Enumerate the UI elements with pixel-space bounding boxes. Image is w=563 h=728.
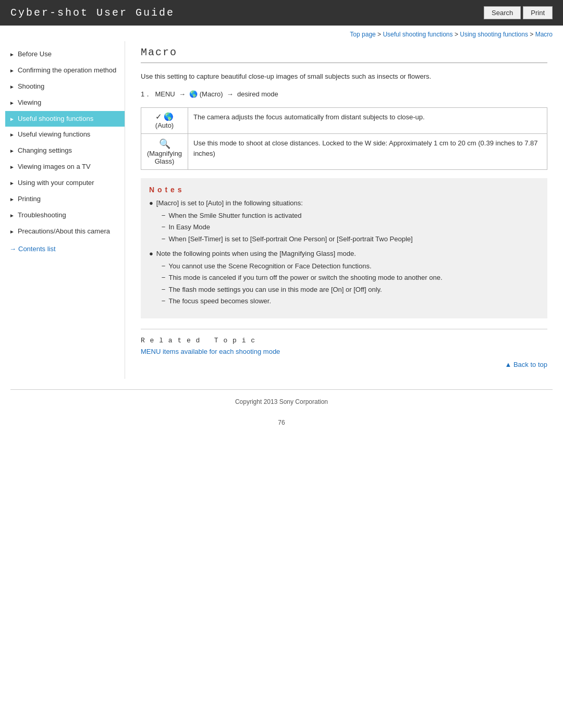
chevron-right-icon: ► — [9, 164, 15, 170]
arrow-right-icon: → — [9, 245, 16, 253]
chevron-right-icon: ► — [9, 228, 15, 235]
list-item: − The flash mode settings you can use in… — [162, 285, 443, 295]
related-topic-link[interactable]: MENU items available for each shooting m… — [141, 348, 280, 355]
sidebar-item-before-use[interactable]: ► Before Use — [5, 46, 125, 63]
bullet-icon: ● — [149, 249, 153, 259]
notes-section: N o t e s ● [Macro] is set to [Auto] in … — [141, 178, 547, 318]
sidebar-item-changing-settings[interactable]: ► Changing settings — [5, 143, 125, 159]
page-layout: ► Before Use ► Confirming the operation … — [0, 41, 563, 389]
list-item: ● Note the following points when using t… — [149, 249, 539, 308]
sidebar-item-precautions[interactable]: ► Precautions/About this camera — [5, 224, 125, 240]
chevron-right-icon: ► — [9, 83, 15, 90]
list-item: − You cannot use the Scene Recognition o… — [162, 261, 443, 272]
intro-text: Use this setting to capture beautiful cl… — [141, 71, 547, 82]
sidebar-item-shooting[interactable]: ► Shooting — [5, 79, 125, 95]
chevron-right-icon: ► — [9, 67, 15, 74]
dash-icon: − — [162, 261, 166, 272]
breadcrumb-top-page[interactable]: Top page — [350, 31, 375, 38]
chevron-right-icon: ► — [9, 147, 15, 154]
copyright-text: Copyright 2013 Sony Corporation — [235, 398, 328, 405]
sidebar-item-useful-shooting[interactable]: ► Useful shooting functions — [5, 111, 125, 127]
table-cell-desc-magnify: Use this mode to shoot at close distance… — [188, 134, 547, 170]
menu-instruction: 1． MENU → 🌎 (Macro) → desired mode — [141, 89, 547, 100]
dash-icon: − — [162, 296, 166, 306]
chevron-right-icon: ► — [9, 51, 15, 58]
bullet-icon: ● — [149, 198, 153, 208]
list-item: − In Easy Mode — [162, 222, 413, 232]
contents-list-link[interactable]: → Contents list — [5, 240, 125, 255]
chevron-right-icon: ► — [9, 212, 15, 219]
breadcrumb-using-shooting[interactable]: Using shooting functions — [460, 31, 528, 38]
chevron-right-icon: ► — [9, 196, 15, 203]
header-buttons: Search Print — [484, 6, 553, 19]
list-item: − The focus speed becomes slower. — [162, 296, 443, 306]
footer: Copyright 2013 Sony Corporation — [0, 390, 563, 414]
dash-icon: − — [162, 211, 166, 221]
auto-label: (Auto) — [155, 121, 174, 129]
main-content: Macro Use this setting to capture beauti… — [125, 41, 563, 379]
chevron-right-icon: ► — [9, 131, 15, 138]
app-title: Cyber-shot User Guide — [10, 7, 175, 19]
breadcrumb-macro[interactable]: Macro — [535, 31, 553, 38]
back-to-top-row: ▲ Back to top — [141, 361, 547, 368]
sidebar-item-confirming[interactable]: ► Confirming the operation method — [5, 63, 125, 79]
notes-list: ● [Macro] is set to [Auto] in the follow… — [149, 198, 539, 308]
related-topic-title: R e l a t e d T o p i c — [141, 337, 547, 344]
page-title: Macro — [141, 46, 547, 63]
dash-icon: − — [162, 273, 166, 283]
list-item: − This mode is canceled if you turn off … — [162, 273, 443, 283]
dash-icon: − — [162, 285, 166, 295]
chevron-right-icon: ► — [9, 180, 15, 187]
list-item: − When [Self-Timer] is set to [Self-port… — [162, 234, 413, 244]
sidebar-item-printing[interactable]: ► Printing — [5, 191, 125, 207]
breadcrumb-useful-shooting[interactable]: Useful shooting functions — [383, 31, 452, 38]
table-row: ✓ 🌎 (Auto) The camera adjusts the focus … — [141, 108, 547, 134]
magnify-icon: 🔍 — [159, 139, 170, 149]
separator — [141, 329, 547, 329]
dash-icon: − — [162, 222, 166, 232]
page-number: 76 — [0, 419, 563, 426]
notes-title: N o t e s — [149, 186, 539, 194]
print-button[interactable]: Print — [523, 6, 553, 19]
sidebar-item-viewing[interactable]: ► Viewing — [5, 95, 125, 111]
related-topic: R e l a t e d T o p i c MENU items avail… — [141, 337, 547, 355]
macro-table: ✓ 🌎 (Auto) The camera adjusts the focus … — [141, 107, 547, 170]
sidebar-item-useful-viewing[interactable]: ► Useful viewing functions — [5, 127, 125, 143]
back-to-top-link[interactable]: ▲ Back to top — [505, 361, 547, 368]
sidebar-item-viewing-tv[interactable]: ► Viewing images on a TV — [5, 159, 125, 175]
sidebar-item-computer[interactable]: ► Using with your computer — [5, 175, 125, 191]
list-item: − When the Smile Shutter function is act… — [162, 211, 413, 221]
search-button[interactable]: Search — [484, 6, 521, 19]
macro-icon: 🌎 — [164, 112, 174, 121]
table-row: 🔍 (MagnifyingGlass) Use this mode to sho… — [141, 134, 547, 170]
breadcrumb: Top page > Useful shooting functions > U… — [0, 26, 563, 41]
chevron-right-icon: ► — [9, 116, 15, 122]
table-cell-icon-auto: ✓ 🌎 (Auto) — [141, 108, 188, 134]
checkmark-icon: ✓ — [155, 112, 162, 121]
dash-icon: − — [162, 234, 166, 244]
sidebar: ► Before Use ► Confirming the operation … — [0, 41, 125, 379]
sidebar-item-troubleshooting[interactable]: ► Troubleshooting — [5, 207, 125, 224]
magnify-label: (MagnifyingGlass) — [147, 150, 182, 165]
table-cell-desc-auto: The camera adjusts the focus automatical… — [188, 108, 547, 134]
page-header: Cyber-shot User Guide Search Print — [0, 0, 563, 26]
list-item: ● [Macro] is set to [Auto] in the follow… — [149, 198, 539, 245]
chevron-right-icon: ► — [9, 100, 15, 106]
table-cell-icon-magnify: 🔍 (MagnifyingGlass) — [141, 134, 188, 170]
